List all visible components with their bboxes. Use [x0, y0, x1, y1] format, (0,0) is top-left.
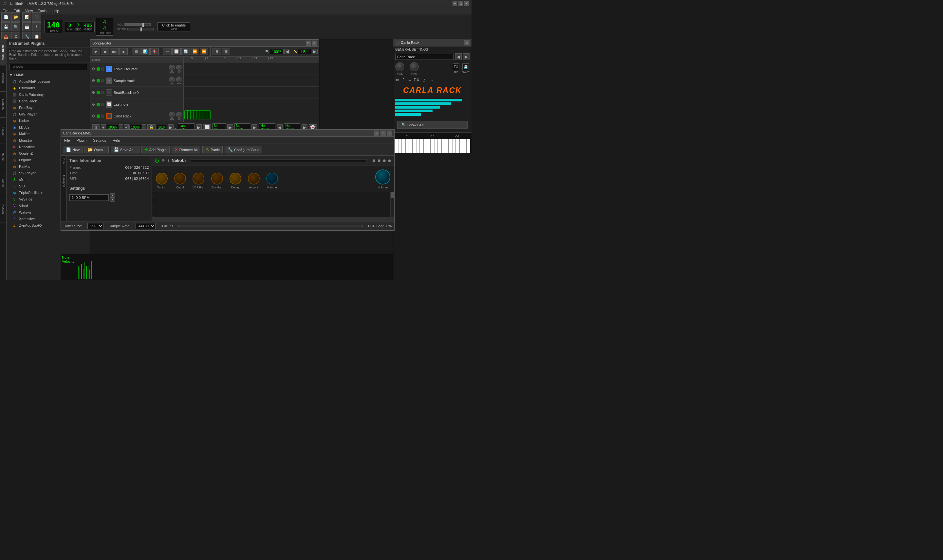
transport-tab[interactable]: Transport: [62, 173, 66, 190]
clw-minimize-btn[interactable]: ─: [374, 131, 379, 136]
list-item[interactable]: ⬛ Carla Rack: [6, 98, 90, 105]
track-solo-btn[interactable]: [101, 103, 105, 106]
bar-right-btn[interactable]: ▶: [312, 49, 318, 54]
projects-tab[interactable]: Projects: [0, 65, 6, 92]
track-content-carla[interactable]: [184, 110, 319, 122]
carla-name-input[interactable]: [395, 54, 454, 60]
buffer-size-select[interactable]: 256 128 512: [87, 223, 103, 229]
carla-arrow-icon[interactable]: ⌃: [402, 77, 406, 82]
list-item[interactable]: ⬛ Carla Patchbay: [6, 91, 90, 98]
clw-configure-btn[interactable]: 🔧 Configure Carla: [225, 146, 262, 154]
decay-knob[interactable]: [230, 173, 241, 185]
track-pan-knob[interactable]: [176, 77, 182, 82]
piano-key-white[interactable]: [452, 139, 456, 153]
track-vol-knob[interactable]: [169, 65, 175, 71]
carla-name-left[interactable]: ◀: [455, 53, 461, 60]
track-instrument-icon[interactable]: ⬛: [106, 89, 112, 96]
carla-vol-knob[interactable]: [395, 62, 404, 71]
track-solo-btn[interactable]: [101, 114, 105, 118]
piano-key-white[interactable]: [466, 139, 470, 153]
carla-midi-icon[interactable]: 🎚: [422, 77, 427, 82]
track-mute-btn[interactable]: [97, 103, 100, 106]
bottom-scroll-thumb[interactable]: [152, 217, 394, 221]
track-content-automation[interactable]: [184, 98, 319, 110]
loop-button[interactable]: 🔄: [181, 48, 190, 55]
song-editor-close[interactable]: ✕: [312, 40, 317, 46]
song-editor-maximize[interactable]: □: [306, 40, 311, 46]
plugin-icon-2[interactable]: ⏺: [377, 158, 381, 163]
presets-tab[interactable]: Presets: [0, 118, 6, 144]
track-pan-knob[interactable]: [176, 65, 182, 71]
piano-keyboard[interactable]: [395, 139, 470, 153]
carla-fx-icon[interactable]: FX: [414, 77, 420, 82]
disk-tab[interactable]: Disk: [62, 157, 66, 173]
clw-menu-file[interactable]: File: [61, 137, 73, 144]
track-gear-icon[interactable]: ⚙: [92, 90, 95, 95]
plugin-info-icon[interactable]: ℹ: [168, 158, 169, 163]
bpm-down-btn[interactable]: ▼: [110, 198, 115, 202]
piano-key-white[interactable]: [402, 139, 405, 153]
new-button[interactable]: 📄: [1, 12, 11, 22]
list-item[interactable]: 🎵 AudioFileProcessor: [6, 78, 90, 85]
track-name[interactable]: Sample track: [114, 79, 168, 83]
track-instrument-icon[interactable]: ⬛: [106, 113, 112, 119]
zoom-left-btn[interactable]: ◀: [284, 49, 290, 54]
plugin-volume-knob[interactable]: [266, 173, 278, 185]
carla-save-btn[interactable]: 💾: [462, 63, 469, 70]
record-while-play[interactable]: ⏺▶: [110, 48, 119, 55]
track-mute-btn[interactable]: [97, 91, 100, 94]
minimize-button[interactable]: ─: [452, 1, 457, 6]
plugin-icon-1[interactable]: ⏺: [372, 158, 376, 163]
menu-help[interactable]: Help: [49, 7, 62, 14]
show-gui-button[interactable]: 🔍 Show GUI: [397, 121, 468, 129]
piano-key-white[interactable]: [441, 139, 445, 153]
piano-key-white[interactable]: [420, 139, 423, 153]
track-gear-icon[interactable]: ⚙: [92, 78, 95, 83]
carla-segment[interactable]: [184, 110, 210, 119]
tuning-knob[interactable]: [156, 173, 168, 185]
clw-close-btn[interactable]: ✕: [387, 131, 392, 136]
select-mode[interactable]: ⬜: [172, 48, 181, 55]
instruments-tab[interactable]: Instruments: [0, 39, 6, 65]
instrument-group-lmms[interactable]: ▼ LMMS: [6, 72, 90, 78]
track-solo-btn[interactable]: [101, 79, 105, 82]
track-name[interactable]: Carla Rack: [114, 114, 168, 118]
search-input[interactable]: [9, 64, 87, 70]
plugin-icon-3[interactable]: ⏺: [383, 158, 386, 163]
timeline-button[interactable]: 📊: [141, 48, 150, 55]
samples-tab[interactable]: Samples: [0, 92, 6, 118]
forward-button[interactable]: ⏩: [191, 48, 199, 55]
clw-menu-plugin[interactable]: Plugin: [73, 137, 90, 144]
cutoff-knob[interactable]: [174, 173, 186, 185]
piano-key-white[interactable]: [463, 139, 466, 153]
carla-name-right[interactable]: ▶: [463, 53, 469, 60]
list-item[interactable]: 🎵 GIG Player: [6, 111, 90, 117]
maximize-button[interactable]: □: [458, 1, 463, 6]
carla-arrow-left-icon[interactable]: ⇐: [395, 77, 399, 82]
close-button[interactable]: ✕: [464, 1, 469, 6]
piano-key-white[interactable]: [434, 139, 438, 153]
list-item[interactable]: ◎ FreeBoy: [6, 105, 90, 111]
stop-button[interactable]: ■: [119, 48, 128, 55]
draw-mode[interactable]: ✏: [163, 48, 171, 55]
track-gear-icon[interactable]: ⚙: [92, 114, 95, 118]
track-name[interactable]: Beat/Bassline 0: [114, 91, 182, 95]
carla-more-icon[interactable]: ···: [429, 77, 433, 82]
play-button[interactable]: ▶: [92, 48, 100, 55]
cpu-display[interactable]: Click to enable CPU: [157, 22, 190, 31]
track-content-sample[interactable]: [184, 75, 319, 86]
clw-new-btn[interactable]: 📄 New: [63, 146, 82, 154]
home-tab[interactable]: Home: [0, 144, 6, 170]
plugin-power-btn[interactable]: ⏻: [154, 158, 159, 163]
accent-knob[interactable]: [248, 173, 260, 185]
piano-roll-btn[interactable]: 🎹: [22, 22, 31, 31]
rewind-button[interactable]: ⏪: [200, 48, 208, 55]
carla-eq-icon[interactable]: ≡: [408, 77, 411, 82]
track-pan-knob[interactable]: [176, 112, 182, 118]
piano-key-white[interactable]: [445, 139, 449, 153]
clw-maximize-btn[interactable]: □: [380, 131, 386, 136]
track-name[interactable]: Last note: [114, 102, 182, 106]
timeline-mode1[interactable]: ⊞: [213, 48, 221, 55]
carla-pan-knob[interactable]: [410, 62, 419, 71]
piano-key-white[interactable]: [416, 139, 420, 153]
